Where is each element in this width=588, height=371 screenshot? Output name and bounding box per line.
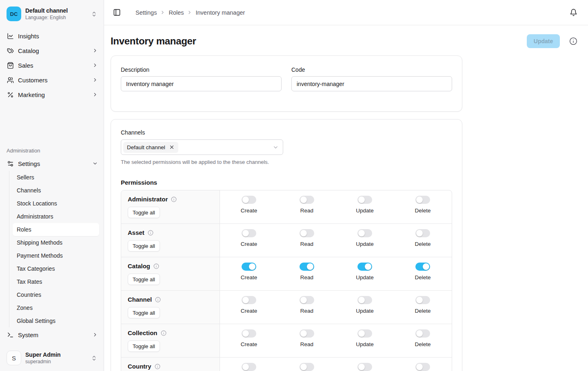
permission-toggle[interactable] [242, 363, 256, 371]
toggle-all-button[interactable]: Toggle all [128, 207, 160, 218]
shopping-bag-icon [7, 62, 14, 69]
permission-cell: Create [220, 224, 278, 257]
sidebar-item-label: Catalog [18, 47, 88, 54]
permission-cell: Update [336, 224, 394, 257]
info-icon[interactable] [171, 197, 177, 202]
info-icon[interactable] [161, 330, 166, 336]
sidebar-item-label: Marketing [18, 91, 88, 98]
permissions-table: Administrator Toggle all Create Read Upd… [121, 190, 452, 371]
remove-channel-icon[interactable] [169, 144, 175, 150]
permission-toggle[interactable] [357, 229, 372, 237]
sidebar-item-label: Settings [18, 160, 88, 167]
info-icon[interactable] [148, 230, 153, 236]
channels-select[interactable]: Default channel [121, 139, 283, 155]
sidebar-item-tax-rates[interactable]: Tax Rates [13, 275, 99, 288]
permission-cell: Create [220, 257, 278, 290]
permission-row: Catalog Toggle all Create Read Update De… [121, 257, 452, 290]
notifications-button[interactable] [568, 7, 579, 18]
permission-toggle[interactable] [300, 296, 314, 304]
user-avatar: S [7, 351, 21, 365]
toggle-all-button[interactable]: Toggle all [128, 274, 160, 285]
permission-toggle[interactable] [300, 363, 314, 371]
info-icon[interactable] [155, 297, 161, 303]
user-switcher[interactable]: S Super Admin superadmin [4, 349, 100, 367]
breadcrumb-settings[interactable]: Settings [135, 9, 157, 16]
permission-toggle[interactable] [415, 296, 430, 304]
sidebar-item-label: Insights [18, 33, 98, 40]
permission-entity-cell: Catalog Toggle all [121, 257, 220, 290]
permission-toggle[interactable] [415, 363, 430, 371]
chevron-right-icon [160, 10, 165, 15]
permission-label: Update [356, 208, 374, 214]
sidebar-item-insights[interactable]: Insights [0, 29, 104, 43]
channel-switcher[interactable]: DC Default channel Language: English [4, 5, 100, 23]
permission-toggle[interactable] [357, 296, 372, 304]
update-button[interactable]: Update [527, 34, 560, 48]
sidebar-item-payment-methods[interactable]: Payment Methods [13, 249, 99, 262]
permission-toggle[interactable] [242, 296, 256, 304]
permission-label: Update [356, 274, 374, 280]
permission-toggle[interactable] [242, 329, 256, 338]
toggle-all-button[interactable]: Toggle all [128, 240, 160, 252]
permission-entity-name: Catalog [128, 263, 150, 269]
description-input[interactable] [121, 76, 282, 91]
permission-toggle[interactable] [300, 196, 314, 204]
role-detail-card: Description Code [111, 55, 462, 112]
sidebar: DC Default channel Language: English Ins… [0, 0, 104, 371]
permission-toggle[interactable] [415, 229, 430, 237]
permission-toggle[interactable] [415, 329, 430, 338]
permission-toggle[interactable] [242, 196, 256, 204]
info-icon[interactable] [155, 364, 160, 369]
sidebar-item-roles[interactable]: Roles [13, 223, 99, 236]
permission-toggle[interactable] [415, 196, 430, 204]
permission-row: Country Toggle all Create Read Update De… [121, 357, 452, 371]
permission-toggle[interactable] [300, 263, 314, 271]
permission-label: Delete [415, 208, 430, 214]
permission-entity-name: Collection [128, 329, 158, 336]
sidebar-item-shipping-methods[interactable]: Shipping Methods [13, 236, 99, 249]
code-input[interactable] [291, 76, 452, 91]
permission-toggle[interactable] [300, 229, 314, 237]
permission-row: Asset Toggle all Create Read Update Dele… [121, 223, 452, 257]
sidebar-item-stock-locations[interactable]: Stock Locations [13, 197, 99, 210]
permissions-heading: Permissions [121, 179, 452, 186]
permission-toggle[interactable] [357, 363, 372, 371]
sidebar-item-sellers[interactable]: Sellers [13, 171, 99, 184]
sidebar-item-zones[interactable]: Zones [13, 301, 99, 314]
main-nav: Insights Catalog Sales Customers [0, 29, 104, 102]
permission-entity-cell: Administrator Toggle all [121, 190, 220, 223]
page-info-button[interactable] [568, 35, 579, 47]
sidebar-item-tax-categories[interactable]: Tax Categories [13, 262, 99, 275]
permission-entity-name: Asset [128, 229, 144, 236]
sidebar-toggle-button[interactable] [111, 7, 122, 18]
info-icon[interactable] [153, 263, 159, 269]
permission-toggle[interactable] [242, 229, 256, 237]
sidebar-item-global-settings[interactable]: Global Settings [13, 314, 99, 327]
permission-toggle[interactable] [300, 329, 314, 338]
toggle-all-button[interactable]: Toggle all [128, 307, 160, 318]
chevron-right-icon [92, 48, 98, 53]
permission-cell: Delete [394, 257, 452, 290]
permission-toggle[interactable] [242, 263, 256, 271]
toggle-all-button[interactable]: Toggle all [128, 340, 160, 352]
sidebar-item-system[interactable]: System [0, 327, 104, 342]
permission-label: Delete [415, 274, 430, 280]
permission-cell: Create [220, 291, 278, 324]
sidebar-item-label: Sales [18, 62, 88, 69]
sidebar-item-catalog[interactable]: Catalog [0, 43, 104, 58]
permission-toggle[interactable] [357, 329, 372, 338]
user-name: Super Admin [25, 351, 87, 358]
sidebar-item-customers[interactable]: Customers [0, 73, 104, 87]
sidebar-item-settings[interactable]: Settings [0, 156, 104, 171]
sidebar-item-sales[interactable]: Sales [0, 58, 104, 73]
sidebar-item-countries[interactable]: Countries [13, 288, 99, 301]
sidebar-item-administrators[interactable]: Administrators [13, 210, 99, 223]
sidebar-item-channels[interactable]: Channels [13, 184, 99, 197]
permission-cell: Create [220, 358, 278, 371]
permission-toggle[interactable] [357, 263, 372, 271]
permission-cell: Read [278, 324, 336, 357]
sidebar-item-marketing[interactable]: Marketing [0, 87, 104, 102]
breadcrumb-roles[interactable]: Roles [169, 9, 184, 16]
permission-toggle[interactable] [415, 263, 430, 271]
permission-toggle[interactable] [357, 196, 372, 204]
